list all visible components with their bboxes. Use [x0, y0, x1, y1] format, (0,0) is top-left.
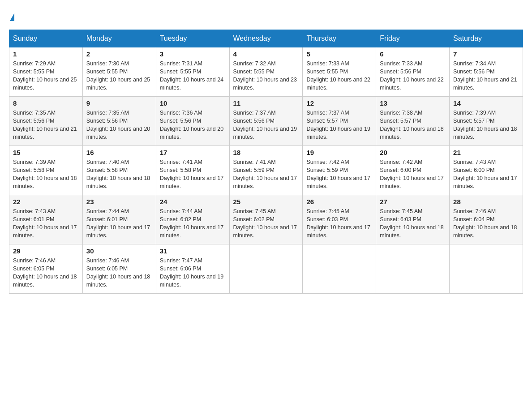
day-number: 15 [13, 149, 79, 156]
day-number: 30 [86, 247, 152, 255]
day-info: Sunrise: 7:45 AMSunset: 6:02 PMDaylight:… [233, 207, 299, 240]
calendar-day-cell: 4Sunrise: 7:32 AMSunset: 5:55 PMDaylight… [229, 47, 303, 97]
day-of-week-header: Sunday [9, 30, 83, 47]
calendar-day-cell: 6Sunrise: 7:33 AMSunset: 5:56 PMDaylight… [376, 47, 450, 97]
calendar-day-cell: 2Sunrise: 7:30 AMSunset: 5:55 PMDaylight… [82, 47, 156, 97]
day-info: Sunrise: 7:42 AMSunset: 5:59 PMDaylight:… [306, 158, 372, 191]
day-number: 16 [86, 149, 152, 156]
day-number: 5 [306, 50, 372, 58]
day-number: 19 [306, 149, 372, 156]
calendar-day-cell: 20Sunrise: 7:42 AMSunset: 6:00 PMDayligh… [376, 146, 450, 195]
day-number: 14 [453, 99, 519, 107]
calendar-week-row: 1Sunrise: 7:29 AMSunset: 5:55 PMDaylight… [9, 47, 523, 97]
day-info: Sunrise: 7:46 AMSunset: 6:05 PMDaylight:… [86, 257, 152, 289]
calendar-day-cell: 13Sunrise: 7:38 AMSunset: 5:57 PMDayligh… [376, 97, 450, 146]
calendar-day-cell [303, 244, 376, 294]
day-info: Sunrise: 7:40 AMSunset: 5:58 PMDaylight:… [86, 158, 152, 191]
day-number: 23 [86, 198, 152, 206]
calendar-day-cell: 10Sunrise: 7:36 AMSunset: 5:56 PMDayligh… [156, 97, 229, 146]
day-info: Sunrise: 7:33 AMSunset: 5:55 PMDaylight:… [306, 60, 372, 92]
day-info: Sunrise: 7:34 AMSunset: 5:56 PMDaylight:… [453, 60, 519, 92]
day-number: 20 [380, 149, 446, 156]
calendar-day-cell: 22Sunrise: 7:43 AMSunset: 6:01 PMDayligh… [9, 195, 83, 244]
day-info: Sunrise: 7:37 AMSunset: 5:56 PMDaylight:… [233, 109, 299, 141]
calendar-day-cell [450, 244, 523, 294]
day-number: 29 [13, 247, 79, 255]
calendar-table: SundayMondayTuesdayWednesdayThursdayFrid… [9, 30, 523, 294]
calendar-week-row: 8Sunrise: 7:35 AMSunset: 5:56 PMDaylight… [9, 97, 523, 146]
day-number: 12 [306, 99, 372, 107]
calendar-day-cell: 19Sunrise: 7:42 AMSunset: 5:59 PMDayligh… [303, 146, 376, 195]
day-number: 2 [86, 50, 152, 58]
day-number: 26 [306, 198, 372, 206]
day-info: Sunrise: 7:47 AMSunset: 6:06 PMDaylight:… [160, 257, 226, 289]
day-info: Sunrise: 7:35 AMSunset: 5:56 PMDaylight:… [86, 109, 152, 141]
calendar-day-cell: 25Sunrise: 7:45 AMSunset: 6:02 PMDayligh… [229, 195, 303, 244]
day-info: Sunrise: 7:38 AMSunset: 5:57 PMDaylight:… [380, 109, 446, 141]
day-info: Sunrise: 7:33 AMSunset: 5:56 PMDaylight:… [380, 60, 446, 92]
calendar-day-cell: 9Sunrise: 7:35 AMSunset: 5:56 PMDaylight… [82, 97, 156, 146]
day-info: Sunrise: 7:37 AMSunset: 5:57 PMDaylight:… [306, 109, 372, 141]
calendar-day-cell: 28Sunrise: 7:46 AMSunset: 6:04 PMDayligh… [450, 195, 523, 244]
day-number: 6 [380, 50, 446, 58]
day-number: 1 [13, 50, 79, 58]
calendar-day-cell: 31Sunrise: 7:47 AMSunset: 6:06 PMDayligh… [156, 244, 229, 294]
day-info: Sunrise: 7:39 AMSunset: 5:58 PMDaylight:… [13, 158, 79, 191]
calendar-day-cell [376, 244, 450, 294]
day-of-week-header: Thursday [303, 30, 376, 47]
day-number: 27 [380, 198, 446, 206]
day-info: Sunrise: 7:36 AMSunset: 5:56 PMDaylight:… [160, 109, 226, 141]
day-info: Sunrise: 7:41 AMSunset: 5:59 PMDaylight:… [233, 158, 299, 191]
day-info: Sunrise: 7:46 AMSunset: 6:05 PMDaylight:… [13, 257, 79, 289]
calendar-day-cell: 30Sunrise: 7:46 AMSunset: 6:05 PMDayligh… [82, 244, 156, 294]
day-number: 13 [380, 99, 446, 107]
logo-triangle-icon [10, 13, 14, 21]
day-number: 9 [86, 99, 152, 107]
logo-top [9, 9, 14, 23]
day-info: Sunrise: 7:44 AMSunset: 6:01 PMDaylight:… [86, 207, 152, 240]
day-info: Sunrise: 7:43 AMSunset: 6:01 PMDaylight:… [13, 207, 79, 240]
day-info: Sunrise: 7:43 AMSunset: 6:00 PMDaylight:… [453, 158, 519, 191]
day-number: 28 [453, 198, 519, 206]
day-info: Sunrise: 7:46 AMSunset: 6:04 PMDaylight:… [453, 207, 519, 240]
calendar-day-cell: 27Sunrise: 7:45 AMSunset: 6:03 PMDayligh… [376, 195, 450, 244]
day-of-week-header: Tuesday [156, 30, 229, 47]
calendar-day-cell: 29Sunrise: 7:46 AMSunset: 6:05 PMDayligh… [9, 244, 83, 294]
calendar-day-cell: 18Sunrise: 7:41 AMSunset: 5:59 PMDayligh… [229, 146, 303, 195]
calendar-day-cell: 7Sunrise: 7:34 AMSunset: 5:56 PMDaylight… [450, 47, 523, 97]
calendar-day-cell: 17Sunrise: 7:41 AMSunset: 5:58 PMDayligh… [156, 146, 229, 195]
day-of-week-header: Friday [376, 30, 450, 47]
day-of-week-header: Monday [82, 30, 156, 47]
calendar-day-cell: 3Sunrise: 7:31 AMSunset: 5:55 PMDaylight… [156, 47, 229, 97]
day-number: 7 [453, 50, 519, 58]
day-of-week-header: Saturday [450, 30, 523, 47]
day-info: Sunrise: 7:41 AMSunset: 5:58 PMDaylight:… [160, 158, 226, 191]
day-number: 11 [233, 99, 299, 107]
calendar-day-cell: 12Sunrise: 7:37 AMSunset: 5:57 PMDayligh… [303, 97, 376, 146]
calendar-week-row: 15Sunrise: 7:39 AMSunset: 5:58 PMDayligh… [9, 146, 523, 195]
day-number: 24 [160, 198, 226, 206]
logo [9, 9, 14, 21]
calendar-day-cell: 1Sunrise: 7:29 AMSunset: 5:55 PMDaylight… [9, 47, 83, 97]
calendar-day-cell: 23Sunrise: 7:44 AMSunset: 6:01 PMDayligh… [82, 195, 156, 244]
calendar-header-row: SundayMondayTuesdayWednesdayThursdayFrid… [9, 30, 523, 47]
calendar-week-row: 22Sunrise: 7:43 AMSunset: 6:01 PMDayligh… [9, 195, 523, 244]
day-number: 17 [160, 149, 226, 156]
calendar-day-cell: 26Sunrise: 7:45 AMSunset: 6:03 PMDayligh… [303, 195, 376, 244]
day-number: 8 [13, 99, 79, 107]
day-of-week-header: Wednesday [229, 30, 303, 47]
calendar-day-cell: 14Sunrise: 7:39 AMSunset: 5:57 PMDayligh… [450, 97, 523, 146]
day-info: Sunrise: 7:45 AMSunset: 6:03 PMDaylight:… [306, 207, 372, 240]
day-number: 10 [160, 99, 226, 107]
day-info: Sunrise: 7:35 AMSunset: 5:56 PMDaylight:… [13, 109, 79, 141]
calendar-day-cell [229, 244, 303, 294]
day-number: 4 [233, 50, 299, 58]
day-info: Sunrise: 7:31 AMSunset: 5:55 PMDaylight:… [160, 60, 226, 92]
calendar-day-cell: 21Sunrise: 7:43 AMSunset: 6:00 PMDayligh… [450, 146, 523, 195]
day-info: Sunrise: 7:45 AMSunset: 6:03 PMDaylight:… [380, 207, 446, 240]
calendar-day-cell: 24Sunrise: 7:44 AMSunset: 6:02 PMDayligh… [156, 195, 229, 244]
day-number: 25 [233, 198, 299, 206]
day-number: 31 [160, 247, 226, 255]
day-info: Sunrise: 7:44 AMSunset: 6:02 PMDaylight:… [160, 207, 226, 240]
calendar-day-cell: 15Sunrise: 7:39 AMSunset: 5:58 PMDayligh… [9, 146, 83, 195]
